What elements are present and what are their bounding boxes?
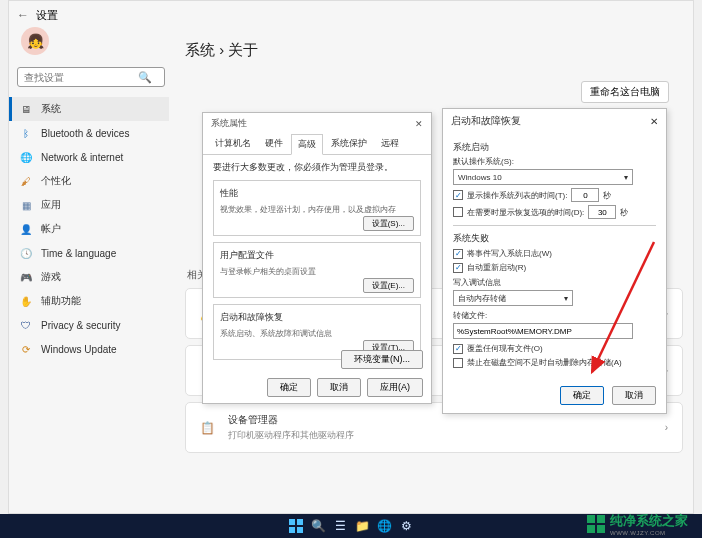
group-title: 性能 xyxy=(220,187,414,200)
admin-note: 要进行大多数更改，你必须作为管理员登录。 xyxy=(213,161,421,174)
avatar[interactable]: 👧 xyxy=(21,27,49,55)
crumb-system[interactable]: 系统 xyxy=(185,41,215,58)
dlg1-close[interactable]: ✕ xyxy=(415,119,423,129)
tab-1[interactable]: 硬件 xyxy=(259,134,289,154)
group-desc: 系统启动、系统故障和调试信息 xyxy=(220,328,414,339)
back-button[interactable]: ← xyxy=(17,8,29,22)
sidebar-label: 个性化 xyxy=(41,174,71,188)
failure-heading: 系统失败 xyxy=(453,232,656,245)
search-taskbar-icon[interactable]: 🔍 xyxy=(309,517,327,535)
debug-info-dropdown[interactable]: 自动内存转储 ▾ xyxy=(453,290,573,306)
search-box[interactable]: 🔍 xyxy=(17,67,165,87)
settings-icon[interactable]: ⚙ xyxy=(397,517,415,535)
group-desc: 与登录帐户相关的桌面设置 xyxy=(220,266,414,277)
sidebar-item-7[interactable]: 🎮游戏 xyxy=(9,265,169,289)
sidebar-label: 帐户 xyxy=(41,222,61,236)
overwrite-label: 覆盖任何现有文件(O) xyxy=(467,343,543,354)
breadcrumb: 系统 › 关于 xyxy=(185,41,683,60)
show-recovery-checkbox[interactable] xyxy=(453,207,463,217)
sidebar-item-6[interactable]: 🕓Time & language xyxy=(9,241,169,265)
dlg1-cancel[interactable]: 取消 xyxy=(317,378,361,397)
group-title: 用户配置文件 xyxy=(220,249,414,262)
sidebar-icon: 🎮 xyxy=(19,272,33,283)
edge-icon[interactable]: 🌐 xyxy=(375,517,393,535)
auto-restart-label: 自动重新启动(R) xyxy=(467,262,526,273)
sidebar-label: 游戏 xyxy=(41,270,61,284)
chevron-down-icon: ▾ xyxy=(564,294,568,303)
sidebar-item-10[interactable]: ⟳Windows Update xyxy=(9,337,169,361)
dlg1-tabs: 计算机名硬件高级系统保护远程 xyxy=(203,134,431,155)
default-os-dropdown[interactable]: Windows 10 ▾ xyxy=(453,169,633,185)
sidebar-item-5[interactable]: 👤帐户 xyxy=(9,217,169,241)
sidebar-icon: 🌐 xyxy=(19,152,33,163)
show-os-list-checkbox[interactable]: ✓ xyxy=(453,190,463,200)
sidebar-icon: ▦ xyxy=(19,200,33,211)
no-low-disk-checkbox[interactable] xyxy=(453,358,463,368)
search-icon: 🔍 xyxy=(138,71,152,84)
sidebar-label: Bluetooth & devices xyxy=(41,128,129,139)
dump-file-label: 转储文件: xyxy=(453,310,656,321)
auto-restart-checkbox[interactable]: ✓ xyxy=(453,263,463,273)
related-sub: 打印机驱动程序和其他驱动程序 xyxy=(228,429,354,442)
sidebar-label: Time & language xyxy=(41,248,116,259)
env-vars-button[interactable]: 环境变量(N)... xyxy=(341,350,423,369)
dlg2-close[interactable]: ✕ xyxy=(650,116,658,127)
default-os-value: Windows 10 xyxy=(458,173,502,182)
group-1: 用户配置文件与登录帐户相关的桌面设置设置(E)... xyxy=(213,242,421,298)
show-recovery-seconds[interactable] xyxy=(588,205,616,219)
chevron-right-icon: › xyxy=(665,422,668,433)
start-button[interactable] xyxy=(287,517,305,535)
sidebar-label: 系统 xyxy=(41,102,61,116)
sidebar-icon: ⟳ xyxy=(19,344,33,355)
watermark-brand: 纯净系统之家 xyxy=(610,513,688,528)
task-view-icon[interactable]: ☰ xyxy=(331,517,349,535)
dlg1-apply[interactable]: 应用(A) xyxy=(367,378,423,397)
sidebar-icon: 🛡 xyxy=(19,320,33,331)
show-os-list-seconds[interactable] xyxy=(571,188,599,202)
crumb-about: 关于 xyxy=(228,41,258,58)
overwrite-checkbox[interactable]: ✓ xyxy=(453,344,463,354)
tab-0[interactable]: 计算机名 xyxy=(209,134,257,154)
group-settings-button[interactable]: 设置(S)... xyxy=(363,216,414,231)
dump-file-input[interactable] xyxy=(453,323,633,339)
write-log-label: 将事件写入系统日志(W) xyxy=(467,248,552,259)
sidebar-item-1[interactable]: ᛒBluetooth & devices xyxy=(9,121,169,145)
sidebar-item-9[interactable]: 🛡Privacy & security xyxy=(9,313,169,337)
window-title: 设置 xyxy=(36,8,58,23)
watermark-logo xyxy=(587,515,605,533)
related-title: 设备管理器 xyxy=(228,413,354,427)
sidebar-item-4[interactable]: ▦应用 xyxy=(9,193,169,217)
dlg1-ok[interactable]: 确定 xyxy=(267,378,311,397)
dlg2-title: 启动和故障恢复 xyxy=(451,114,521,128)
tab-2[interactable]: 高级 xyxy=(291,134,323,155)
show-recovery-label: 在需要时显示恢复选项的时间(D): xyxy=(467,207,584,218)
sidebar-label: 应用 xyxy=(41,198,61,212)
group-title: 启动和故障恢复 xyxy=(220,311,414,324)
sidebar-label: Network & internet xyxy=(41,152,123,163)
svg-rect-4 xyxy=(297,527,303,533)
write-log-checkbox[interactable]: ✓ xyxy=(453,249,463,259)
sidebar-label: Privacy & security xyxy=(41,320,120,331)
sidebar-icon: ✋ xyxy=(19,296,33,307)
startup-heading: 系统启动 xyxy=(453,141,656,154)
system-properties-dialog: 系统属性 ✕ 计算机名硬件高级系统保护远程 要进行大多数更改，你必须作为管理员登… xyxy=(202,112,432,404)
show-os-list-label: 显示操作系统列表的时间(T): xyxy=(467,190,567,201)
debug-info-label: 写入调试信息 xyxy=(453,277,656,288)
group-settings-button[interactable]: 设置(E)... xyxy=(363,278,414,293)
sidebar-icon: 🖥 xyxy=(19,104,33,115)
chevron-down-icon: ▾ xyxy=(624,173,628,182)
sidebar-item-2[interactable]: 🌐Network & internet xyxy=(9,145,169,169)
search-input[interactable] xyxy=(18,72,138,83)
sidebar-item-8[interactable]: ✋辅助功能 xyxy=(9,289,169,313)
rename-pc-button[interactable]: 重命名这台电脑 xyxy=(581,81,669,103)
tab-3[interactable]: 系统保护 xyxy=(325,134,373,154)
sidebar-icon: ᛒ xyxy=(19,128,33,139)
dlg2-cancel[interactable]: 取消 xyxy=(612,386,656,405)
dlg2-ok[interactable]: 确定 xyxy=(560,386,604,405)
related-icon: 📋 xyxy=(200,421,218,435)
sidebar-item-0[interactable]: 🖥系统 xyxy=(9,97,169,121)
tab-4[interactable]: 远程 xyxy=(375,134,405,154)
sidebar-icon: 🕓 xyxy=(19,248,33,259)
explorer-icon[interactable]: 📁 xyxy=(353,517,371,535)
sidebar-item-3[interactable]: 🖌个性化 xyxy=(9,169,169,193)
